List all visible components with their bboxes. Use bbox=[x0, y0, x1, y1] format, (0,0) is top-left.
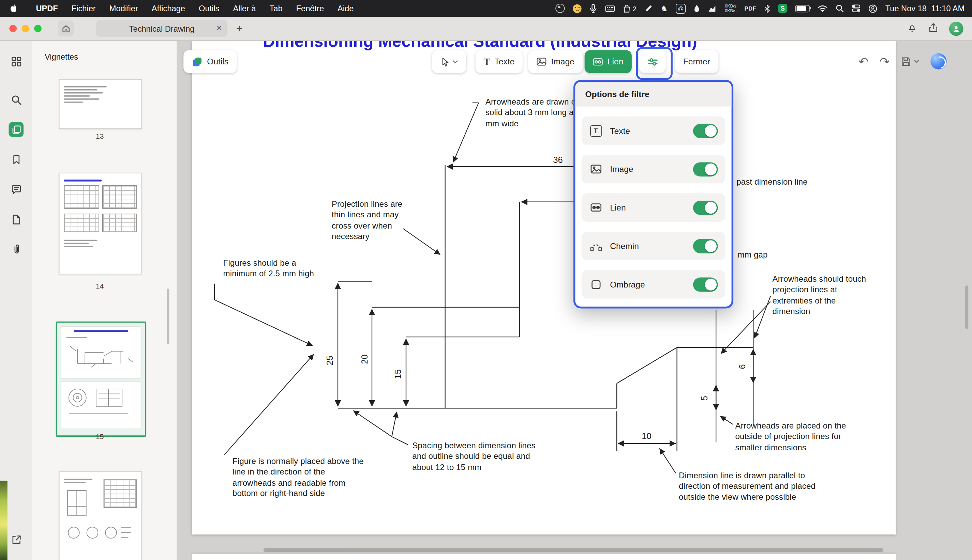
ombrage-toggle[interactable] bbox=[693, 277, 718, 292]
pdf-app-icon[interactable]: PDF bbox=[744, 5, 756, 11]
text-tool-button[interactable]: T Texte bbox=[475, 50, 523, 73]
emoji-app-icon[interactable] bbox=[573, 4, 582, 13]
image-toggle[interactable] bbox=[693, 162, 718, 176]
new-tab-button[interactable]: + bbox=[236, 23, 243, 34]
link-tool-button[interactable]: Lien bbox=[585, 50, 631, 73]
filter-row-lien[interactable]: Lien bbox=[582, 193, 726, 222]
control-center-icon[interactable] bbox=[852, 5, 860, 13]
close-window-button[interactable] bbox=[9, 25, 17, 32]
microphone-icon[interactable] bbox=[590, 4, 597, 13]
page-number-13[interactable]: 13 bbox=[59, 133, 141, 140]
apps-grid-icon[interactable] bbox=[8, 54, 23, 69]
pencil-icon[interactable] bbox=[644, 5, 652, 13]
annotation-projection-lines: Projection lines are thin lines and may … bbox=[332, 199, 403, 242]
chevron-down-icon bbox=[452, 60, 458, 63]
search-icon[interactable] bbox=[8, 92, 23, 107]
keyboard-icon[interactable] bbox=[605, 5, 615, 12]
attachments-icon[interactable] bbox=[8, 242, 23, 257]
annotation-arrowheads-outside: Arrowheads are placed on the outside of … bbox=[735, 421, 869, 453]
annotation-mm-gap: mm gap bbox=[738, 250, 800, 261]
minimize-window-button[interactable] bbox=[22, 25, 29, 32]
lien-toggle[interactable] bbox=[693, 200, 718, 215]
zoom-window-button[interactable] bbox=[34, 25, 42, 32]
spotlight-icon[interactable] bbox=[836, 5, 844, 13]
menu-aller-a[interactable]: Aller à bbox=[226, 4, 263, 13]
thumbnail-page-13[interactable] bbox=[59, 79, 142, 129]
at-sign-icon[interactable]: @ bbox=[676, 3, 686, 13]
redo-icon[interactable]: ↷ bbox=[880, 55, 890, 67]
filter-row-ombrage[interactable]: Ombrage bbox=[582, 270, 726, 299]
ink-drop-icon[interactable] bbox=[694, 5, 700, 13]
shopping-bag-icon[interactable]: 2 bbox=[623, 4, 636, 13]
vertical-scrollbar[interactable] bbox=[965, 285, 968, 329]
save-button[interactable] bbox=[901, 56, 920, 67]
close-edit-label: Fermer bbox=[683, 57, 710, 66]
page-tools-icon[interactable] bbox=[8, 212, 23, 227]
shading-icon bbox=[589, 278, 602, 291]
close-edit-button[interactable]: Fermer bbox=[675, 50, 718, 73]
ai-assistant-button[interactable] bbox=[930, 53, 947, 69]
texte-toggle[interactable] bbox=[693, 123, 718, 138]
tools-button[interactable]: Outils bbox=[183, 50, 236, 73]
thumbnail-page-15-selected[interactable] bbox=[56, 322, 146, 437]
menubar-app-name[interactable]: UPDF bbox=[29, 4, 64, 13]
home-button[interactable] bbox=[58, 20, 74, 37]
filter-options-button[interactable] bbox=[639, 50, 666, 73]
page-number-14[interactable]: 14 bbox=[59, 282, 141, 290]
text-icon: T bbox=[589, 124, 602, 138]
filter-label-ombrage: Ombrage bbox=[610, 280, 686, 289]
menu-outils[interactable]: Outils bbox=[192, 4, 226, 13]
menubar-clock[interactable]: Tue Nov 18 11:10 AM bbox=[885, 4, 965, 13]
stats-mountain-icon[interactable] bbox=[708, 5, 717, 12]
text-tool-label: Texte bbox=[494, 57, 514, 66]
menu-tab[interactable]: Tab bbox=[263, 4, 289, 13]
page-number-15[interactable]: 15 bbox=[56, 433, 144, 440]
tools-palette-icon bbox=[192, 56, 203, 67]
undo-icon[interactable]: ↶ bbox=[858, 55, 868, 67]
comments-icon[interactable] bbox=[8, 182, 23, 197]
select-tool-button[interactable] bbox=[432, 50, 466, 73]
menu-aide[interactable]: Aide bbox=[331, 4, 360, 13]
filter-row-image[interactable]: Image bbox=[582, 155, 726, 183]
dim-label-36: 36 bbox=[553, 155, 562, 165]
account-avatar[interactable] bbox=[949, 22, 964, 36]
thumbnail-page-14[interactable] bbox=[59, 173, 142, 274]
thumbnails-scrollbar[interactable] bbox=[167, 288, 169, 344]
filter-sliders-icon bbox=[647, 57, 658, 67]
horizontal-scrollbar[interactable] bbox=[264, 548, 883, 552]
recorder-icon[interactable] bbox=[556, 4, 565, 13]
menu-affichage[interactable]: Affichage bbox=[145, 4, 192, 13]
network-speed[interactable]: 0KB/s 0KB/s bbox=[725, 3, 736, 13]
tab-title: Technical Drawing bbox=[129, 24, 195, 33]
notifications-bell-icon[interactable] bbox=[907, 22, 917, 35]
export-icon[interactable] bbox=[8, 532, 23, 547]
menu-fenetre[interactable]: Fenêtre bbox=[289, 4, 331, 13]
wifi-icon[interactable] bbox=[818, 5, 828, 12]
bookmarks-icon[interactable] bbox=[8, 152, 23, 167]
annotation-arrowheads-touch: Arrowheads should touch projection lines… bbox=[773, 274, 867, 317]
menu-modifier[interactable]: Modifier bbox=[103, 4, 145, 13]
annotation-past-dimension-line: past dimension line bbox=[736, 177, 842, 187]
user-switcher-icon[interactable] bbox=[869, 4, 877, 13]
apple-menu-icon[interactable] bbox=[10, 4, 18, 13]
annotation-spacing: Spacing between dimension lines and outl… bbox=[412, 440, 547, 473]
document-tab[interactable]: Technical Drawing × bbox=[96, 20, 228, 37]
link-tool-icon bbox=[592, 57, 603, 66]
link-icon bbox=[589, 201, 602, 214]
image-tool-button[interactable]: Image bbox=[528, 50, 582, 73]
dim-label-20: 20 bbox=[360, 354, 369, 364]
chess-knight-icon[interactable]: ♞ bbox=[661, 5, 668, 13]
s-app-icon[interactable]: S bbox=[778, 4, 787, 13]
filter-row-texte[interactable]: T Texte bbox=[582, 117, 726, 145]
menu-bar: UPDF Fichier Modifier Affichage Outils A… bbox=[0, 0, 972, 17]
chemin-toggle[interactable] bbox=[693, 239, 718, 253]
thumbnails-panel-icon[interactable] bbox=[8, 122, 23, 137]
thumbnail-page-16[interactable] bbox=[59, 472, 142, 560]
menu-fichier[interactable]: Fichier bbox=[65, 4, 103, 13]
filter-row-chemin[interactable]: Chemin bbox=[582, 232, 726, 260]
bluetooth-icon[interactable] bbox=[765, 4, 770, 13]
tab-close-icon[interactable]: × bbox=[216, 22, 222, 33]
share-upload-icon[interactable] bbox=[928, 22, 939, 35]
thumbnail-16-content bbox=[60, 472, 142, 549]
battery-icon[interactable] bbox=[795, 5, 810, 12]
